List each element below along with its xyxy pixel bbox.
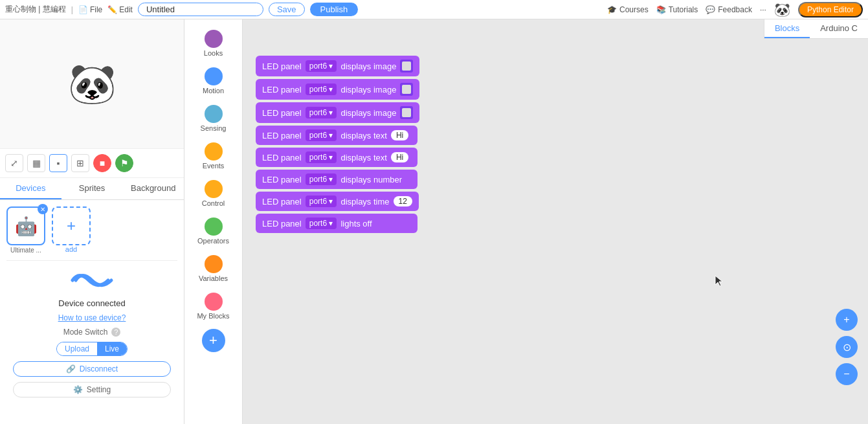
motion-label: Motion xyxy=(203,87,224,95)
courses-icon: 🎓 xyxy=(607,5,617,14)
setting-button[interactable]: ⚙️ Setting xyxy=(13,382,171,397)
grid-small-button[interactable]: ▦ xyxy=(27,154,45,172)
category-sensing[interactable]: Sensing xyxy=(188,101,239,136)
category-control[interactable]: Control xyxy=(188,176,239,211)
disconnect-button[interactable]: 🔗 Disconnect xyxy=(13,361,171,377)
user-avatar: 🐼 xyxy=(774,2,790,17)
mode-switch-row: Mode Switch ? xyxy=(63,328,121,337)
feedback-icon: 💬 xyxy=(706,5,715,14)
zoom-out-button[interactable]: − xyxy=(836,363,858,385)
block-pill-4[interactable]: Hi xyxy=(391,130,408,140)
connection-icon xyxy=(66,267,118,293)
panda-sprite: 🐼 xyxy=(68,61,117,107)
feedback-link[interactable]: 💬 Feedback xyxy=(706,5,752,14)
tab-arduino[interactable]: Arduino C xyxy=(810,19,868,38)
block-port-5[interactable]: port6 ▾ xyxy=(306,151,337,163)
tab-devices[interactable]: Devices xyxy=(0,178,61,199)
mode-help-icon: ? xyxy=(111,328,120,337)
grid-medium-button[interactable]: ▪ xyxy=(49,154,67,172)
category-myblocks[interactable]: My Blocks xyxy=(188,289,239,324)
code-area: Blocks Arduino C LED panel port6 ▾ displ… xyxy=(243,19,868,424)
device-item[interactable]: ✕ 🤖 xyxy=(6,206,45,245)
topbar-right: 🎓 Courses 📚 Tutorials 💬 Feedback ··· 🐼 P… xyxy=(607,2,863,17)
block-port-7[interactable]: port6 ▾ xyxy=(306,195,337,207)
category-motion[interactable]: Motion xyxy=(188,63,239,98)
left-tabs: Devices Sprites Background xyxy=(0,178,184,200)
code-block-3[interactable]: LED panel port6 ▾ displays image xyxy=(256,102,419,123)
block-port-6[interactable]: port6 ▾ xyxy=(306,173,337,185)
block-prefix-3: LED panel xyxy=(262,108,302,118)
zoom-fit-button[interactable]: ⊙ xyxy=(836,336,858,358)
block-action-8: lights off xyxy=(340,219,372,229)
block-pill-5[interactable]: Hi xyxy=(391,152,408,162)
flag-button[interactable]: ⚑ xyxy=(115,154,133,172)
code-block-2[interactable]: LED panel port6 ▾ displays image xyxy=(256,79,419,100)
block-image-icon-1[interactable] xyxy=(400,60,413,73)
add-device-button[interactable]: + xyxy=(52,206,91,245)
block-image-icon-2[interactable] xyxy=(400,83,413,96)
python-editor-button[interactable]: Python Editor xyxy=(798,2,863,17)
code-block-5[interactable]: LED panel port6 ▾ displays text Hi xyxy=(256,148,417,167)
code-block-1[interactable]: LED panel port6 ▾ displays image xyxy=(256,56,419,76)
more-menu[interactable]: ··· xyxy=(760,5,766,14)
how-to-use-link[interactable]: How to use device? xyxy=(58,313,126,322)
device-list: ✕ 🤖 Ultimate ... + add xyxy=(6,206,177,254)
add-block-button[interactable]: + xyxy=(202,329,225,352)
code-block-8[interactable]: LED panel port6 ▾ lights off xyxy=(256,214,417,233)
block-action-7: displays time xyxy=(340,197,389,206)
control-label: Control xyxy=(202,199,225,207)
tab-blocks[interactable]: Blocks xyxy=(764,19,810,38)
sensing-label: Sensing xyxy=(201,124,227,132)
tab-background[interactable]: Background xyxy=(122,178,184,199)
looks-label: Looks xyxy=(204,49,223,57)
block-pill-7[interactable]: 12 xyxy=(394,196,412,206)
block-port-2[interactable]: port6 ▾ xyxy=(306,84,337,95)
add-device-label: add xyxy=(65,245,77,253)
operators-dot xyxy=(205,218,223,236)
category-operators[interactable]: Operators xyxy=(188,214,239,249)
myblocks-label: My Blocks xyxy=(197,312,229,320)
block-action-5: displays text xyxy=(340,153,387,162)
stop-button[interactable]: ■ xyxy=(93,154,111,172)
mode-switch-label: Mode Switch xyxy=(63,328,108,337)
block-image-icon-3[interactable] xyxy=(400,106,413,119)
category-looks[interactable]: Looks xyxy=(188,26,239,61)
device-close-button[interactable]: ✕ xyxy=(38,204,48,214)
topbar: 重心制物 | 慧編程 | 📄 File ✏️ Edit Save Publish… xyxy=(0,0,868,19)
connection-logo xyxy=(66,267,118,293)
live-mode-button[interactable]: Live xyxy=(97,342,127,355)
block-prefix-8: LED panel xyxy=(262,219,302,229)
block-action-2: displays image xyxy=(340,85,396,95)
code-block-6[interactable]: LED panel port6 ▾ displays number xyxy=(256,170,417,189)
code-tabs: Blocks Arduino C xyxy=(764,19,868,39)
brand-text: 重心制物 | 慧編程 xyxy=(5,4,66,15)
edit-menu[interactable]: ✏️ Edit xyxy=(107,5,133,14)
edit-icon: ✏️ xyxy=(107,5,117,14)
block-prefix-7: LED panel xyxy=(262,197,302,206)
file-menu[interactable]: 📄 File xyxy=(78,5,102,14)
cursor-indicator xyxy=(714,274,724,290)
publish-button[interactable]: Publish xyxy=(310,3,359,16)
tutorials-icon: 📚 xyxy=(656,5,666,14)
save-button[interactable]: Save xyxy=(269,3,305,16)
tutorials-link[interactable]: 📚 Tutorials xyxy=(656,5,698,14)
zoom-in-button[interactable]: + xyxy=(836,309,858,331)
sensing-dot xyxy=(205,105,223,123)
operators-label: Operators xyxy=(197,237,229,245)
block-port-4[interactable]: port6 ▾ xyxy=(306,129,337,141)
expand-button[interactable]: ⤢ xyxy=(5,154,23,172)
code-block-7[interactable]: LED panel port6 ▾ displays time 12 xyxy=(256,192,419,211)
block-prefix-6: LED panel xyxy=(262,175,302,184)
code-block-4[interactable]: LED panel port6 ▾ displays text Hi xyxy=(256,126,417,145)
block-port-1[interactable]: port6 ▾ xyxy=(306,60,337,72)
courses-link[interactable]: 🎓 Courses xyxy=(607,5,649,14)
upload-mode-button[interactable]: Upload xyxy=(57,342,97,355)
category-variables[interactable]: Variables xyxy=(188,251,239,286)
grid-large-button[interactable]: ⊞ xyxy=(71,154,89,172)
code-blocks-container: LED panel port6 ▾ displays image LED pan… xyxy=(243,43,868,246)
block-port-3[interactable]: port6 ▾ xyxy=(306,107,337,118)
block-port-8[interactable]: port6 ▾ xyxy=(306,218,337,229)
category-events[interactable]: Events xyxy=(188,139,239,173)
tab-sprites[interactable]: Sprites xyxy=(61,178,123,199)
project-title-input[interactable] xyxy=(138,3,263,16)
